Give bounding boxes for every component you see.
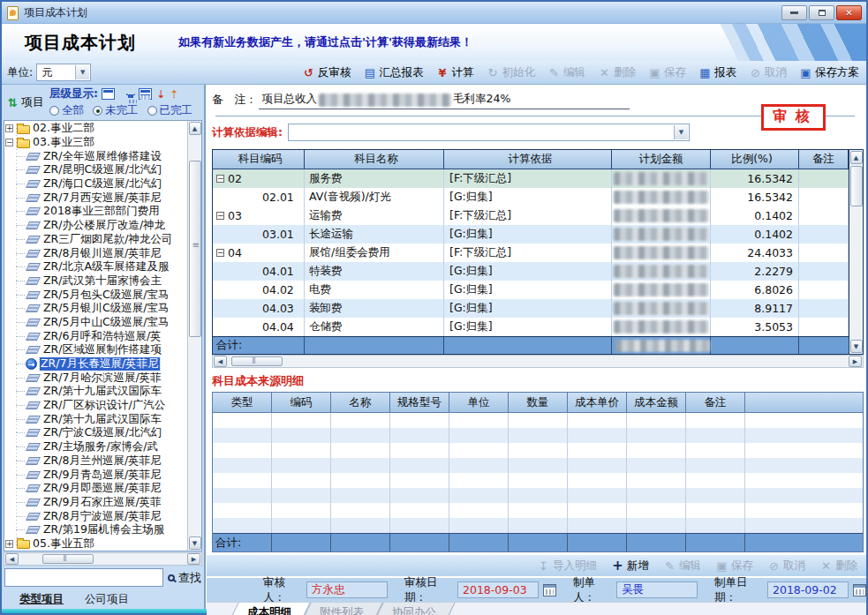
maker-field[interactable]: 吴畏 — [616, 581, 698, 598]
tree-item[interactable]: ZR/第19届机博会主场服 — [4, 523, 187, 537]
table-row[interactable]: 02.01AV(音视频)/灯光[G:归集]16.5342 — [213, 188, 849, 206]
scroll-down-icon[interactable]: ▼ — [850, 340, 863, 353]
empty-detail-row[interactable] — [213, 428, 863, 443]
tree-item[interactable]: +02.事业二部 — [4, 122, 187, 136]
tree-item[interactable]: ZR/全年巡展维修搭建设 — [4, 149, 187, 163]
report-button[interactable]: 报表 — [698, 65, 736, 80]
scroll-right-icon[interactable]: ▶ — [187, 553, 200, 565]
expander-icon[interactable]: + — [5, 540, 13, 548]
sort-descending-icon[interactable]: ⇣ — [156, 88, 165, 101]
radio-未完工[interactable]: 未完工 — [93, 103, 139, 118]
expander-icon[interactable]: − — [5, 139, 13, 146]
summary-report-button[interactable]: 汇总报表 — [364, 65, 424, 80]
tree-item[interactable]: ZR/区域巡展制作搭建项 — [4, 343, 187, 357]
scroll-left-icon[interactable]: ◀ — [5, 553, 19, 565]
refresh-icon[interactable]: ⇅ — [6, 96, 19, 109]
tree-item[interactable]: ZR/主场服务/家博会/武 — [4, 440, 187, 454]
search-input[interactable] — [4, 568, 163, 587]
tree-item[interactable]: +05.事业五部 — [4, 537, 187, 551]
tree-item[interactable]: ZR/办公楼展厅改造/神龙 — [4, 219, 187, 233]
table-row[interactable]: 04.01特装费[G:归集]2.2279 — [213, 262, 849, 281]
make-date-field[interactable]: 2018-09-02 — [767, 581, 849, 598]
table-row[interactable]: 04.04仓储费[G:归集]3.5053 — [213, 318, 849, 336]
tree-item[interactable]: ZR/5月包头C级巡展/宝马 — [4, 288, 187, 302]
close-button[interactable]: ✕ — [836, 5, 862, 20]
remark-field[interactable]: 项目总收入 毛利率24% — [259, 90, 630, 109]
tree-horizontal-scrollbar[interactable]: ◀ ▶ — [4, 552, 202, 566]
calendar-icon[interactable] — [543, 584, 556, 596]
expander-icon[interactable]: + — [5, 124, 13, 132]
scroll-thumb[interactable] — [231, 356, 283, 366]
tree-item[interactable]: ZR/7月西安巡展/英菲尼 — [4, 191, 187, 205]
chevron-down-icon[interactable]: ▼ — [75, 65, 89, 79]
tree-item[interactable]: ZR/6月呼和浩特巡展/英 — [4, 329, 187, 343]
tree-item[interactable]: ZR/8月兰州巡展/英菲尼 — [4, 454, 187, 469]
tree-item[interactable]: ZR/9月石家庄巡展/英菲 — [4, 496, 187, 510]
empty-detail-row[interactable] — [213, 518, 863, 533]
collapse-icon[interactable]: − — [216, 175, 224, 183]
add-button[interactable]: 新增 — [611, 559, 649, 574]
tree-item[interactable]: ZR/8月宁波巡展/英菲尼 — [4, 509, 187, 523]
tree-vertical-scrollbar[interactable]: ▲ ▼ — [187, 121, 201, 551]
tree-item[interactable]: −03.事业三部 — [4, 136, 187, 150]
tab-协同办公[interactable]: 协同办公 — [378, 603, 450, 615]
table-row[interactable]: −04展馆/组委会费用[F:下级汇总]24.4033 — [213, 244, 849, 262]
view-simple-icon[interactable] — [102, 88, 115, 100]
table-row[interactable]: 03.01长途运输[G:归集]0.1402 — [213, 225, 849, 244]
tree-item[interactable]: ZR/第十九届武汉国际车 — [4, 385, 187, 399]
tree-item[interactable]: ZR/7月哈尔滨巡展/英菲 — [4, 371, 187, 385]
scroll-thumb[interactable] — [42, 554, 94, 564]
unit-select[interactable]: 元 ▼ — [36, 64, 91, 81]
empty-detail-row[interactable] — [213, 503, 863, 518]
empty-detail-row[interactable] — [213, 458, 863, 473]
tree-item[interactable]: ZR/海口C级巡展/北汽幻 — [4, 177, 187, 191]
cost-table-vertical-scrollbar[interactable]: ▲ ▼ — [849, 150, 863, 354]
view-dots-icon[interactable] — [126, 94, 135, 95]
sort-ascending-icon[interactable]: ⇡ — [170, 88, 178, 101]
tree-item[interactable]: ZR/9月即墨巡展/英菲尼 — [4, 482, 187, 496]
scroll-right-icon[interactable]: ▶ — [849, 356, 862, 367]
tree-item[interactable]: ZR三厂烟囱尾款/神龙公司 — [4, 233, 187, 247]
save-plan-button[interactable]: 保存方案 — [799, 65, 859, 80]
tree-item[interactable]: ZR/8月银川巡展/英菲尼 — [4, 246, 187, 260]
tree-item[interactable]: →ZR/7月长春巡展/英菲尼 — [4, 357, 187, 371]
find-button[interactable]: 查找 — [168, 570, 201, 586]
radio-全部[interactable]: 全部 — [49, 103, 84, 118]
scroll-up-icon[interactable]: ▲ — [850, 151, 863, 164]
calendar-icon[interactable] — [853, 584, 866, 596]
tree-item[interactable]: ZR/厂区标识设计/广汽公 — [4, 399, 187, 413]
cost-table-horizontal-scrollbar[interactable]: ◀ ▶ — [212, 355, 864, 368]
tree-item[interactable]: ZR/第十九届武汉国际车 — [4, 412, 187, 426]
tree-item[interactable]: ZR/9月青岛巡展/英菲尼 — [4, 468, 187, 482]
radio-已完工[interactable]: 已完工 — [147, 103, 193, 118]
calc-basis-select[interactable]: ▼ — [288, 124, 690, 141]
table-row[interactable]: −02服务费[F:下级汇总]16.5342 — [213, 169, 849, 188]
chevron-down-icon[interactable]: ▼ — [674, 125, 688, 139]
empty-detail-row[interactable] — [213, 488, 863, 503]
scroll-thumb[interactable] — [850, 166, 863, 206]
empty-detail-row[interactable] — [213, 473, 863, 488]
view-grid-icon[interactable] — [139, 88, 152, 100]
scroll-thumb[interactable] — [189, 161, 201, 337]
scroll-down-icon[interactable]: ▼ — [189, 536, 201, 550]
tree-item[interactable]: 2018事业三部部门费用 — [4, 205, 187, 219]
collapse-icon[interactable]: − — [216, 212, 224, 220]
calculate-button[interactable]: 计算 — [436, 65, 474, 80]
tree-item[interactable]: ZR/5月银川C级巡展/宝马 — [4, 302, 187, 316]
restore-button[interactable] — [809, 5, 834, 20]
minimize-button[interactable] — [781, 5, 807, 20]
audit-undo-button[interactable]: 反审核 — [302, 65, 351, 80]
table-row[interactable]: −03运输费[F:下级汇总]0.1402 — [213, 206, 849, 225]
tree-item[interactable]: ZR/北京A级车展搭建及服 — [4, 260, 187, 274]
empty-detail-row[interactable] — [213, 413, 863, 428]
tab-成本明细[interactable]: 成本明细 — [233, 603, 306, 615]
collapse-icon[interactable]: − — [216, 249, 224, 257]
tree-item[interactable]: ZR/昆明C级巡展/北汽幻 — [4, 163, 187, 177]
tree-item[interactable]: ZR/宁波C级巡展/北汽幻 — [4, 426, 187, 440]
reviewer-field[interactable]: 方永忠 — [306, 581, 388, 598]
tree-item[interactable]: ZR/5月中山C级巡展/宝马 — [4, 316, 187, 330]
table-row[interactable]: 04.02电费[G:归集]6.8026 — [213, 281, 849, 299]
scroll-left-icon[interactable]: ◀ — [214, 356, 227, 367]
tab-类型项目[interactable]: 类型项目 — [11, 590, 76, 609]
tree-item[interactable]: ZR/武汉第十届家博会主 — [4, 274, 187, 289]
